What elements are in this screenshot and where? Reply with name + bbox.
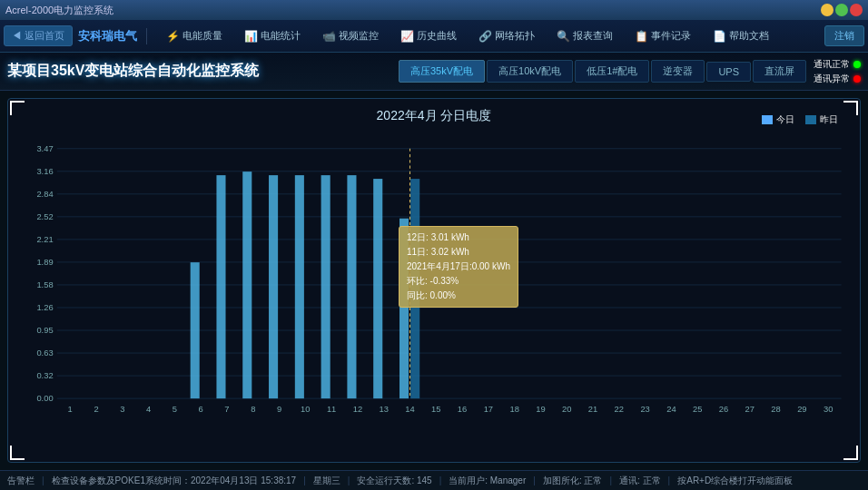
- help-icon: 📄: [713, 30, 726, 43]
- svg-text:25: 25: [693, 405, 702, 414]
- nav-history-curve[interactable]: 📈 历史曲线: [390, 24, 467, 47]
- svg-text:21: 21: [588, 405, 597, 414]
- svg-text:24: 24: [666, 405, 676, 414]
- svg-rect-28: [295, 175, 304, 398]
- sub-tabs: 高压35kV配电 高压10kV配电 低压1#配电 逆变器 UPS 直流屏: [399, 60, 806, 83]
- svg-text:0.95: 0.95: [36, 326, 53, 335]
- project-title: 某项目35kV变电站综合自动化监控系统: [7, 62, 399, 81]
- chart-title: 2022年4月 分日电度: [17, 108, 851, 124]
- svg-text:9: 9: [277, 405, 281, 414]
- statusbar-system-time: 检查设备参数及POKE1系统时间：2022年04月13日 15:38:17: [52, 475, 297, 487]
- top-navigation: ◀ 返回首页 安科瑞电气 ⚡ 电能质量 📊 电能统计 📹 视频监控 📈 历史曲线…: [0, 20, 868, 53]
- svg-text:30: 30: [824, 405, 833, 414]
- app-title: Acrel-2000电力监控系统: [5, 4, 821, 17]
- svg-rect-25: [216, 175, 225, 398]
- svg-text:3: 3: [120, 405, 124, 414]
- tab-dc-screen[interactable]: 直流屏: [753, 60, 806, 83]
- tab-inverter[interactable]: 逆变器: [651, 60, 705, 83]
- svg-text:2: 2: [94, 405, 98, 414]
- tab-ups[interactable]: UPS: [706, 62, 751, 82]
- svg-text:23: 23: [640, 405, 649, 414]
- svg-rect-29: [321, 175, 330, 398]
- svg-text:27: 27: [745, 405, 755, 414]
- power-stats-icon: 📊: [244, 30, 258, 43]
- nav-network-topo[interactable]: 🔗 网络拓扑: [469, 24, 545, 47]
- close-btn[interactable]: [850, 4, 863, 16]
- svg-rect-31: [373, 179, 382, 398]
- legend-today: 今日: [762, 113, 794, 126]
- logout-button[interactable]: 注销: [824, 25, 864, 46]
- corner-decoration-bl: [10, 446, 25, 460]
- nav-power-quality[interactable]: ⚡ 电能质量: [156, 24, 232, 47]
- nav-power-stats[interactable]: 📊 电能统计: [234, 24, 311, 47]
- svg-text:20: 20: [562, 405, 571, 414]
- chart-svg: 3.473.162.842.522.211.891.581.260.950.63…: [17, 130, 851, 442]
- corner-decoration-tr: [843, 101, 858, 115]
- maximize-btn[interactable]: [835, 4, 848, 16]
- tab-lv1[interactable]: 低压1#配电: [575, 60, 649, 83]
- tab-hv10[interactable]: 高压10kV配电: [487, 60, 573, 83]
- svg-text:0.32: 0.32: [36, 371, 53, 380]
- svg-rect-30: [347, 175, 356, 398]
- svg-text:29: 29: [797, 405, 806, 414]
- nav-video-monitor[interactable]: 📹 视频监控: [312, 24, 389, 47]
- status-error: 通讯异常: [814, 73, 861, 85]
- svg-text:3.16: 3.16: [36, 167, 53, 176]
- nav-help-docs[interactable]: 📄 帮助文档: [703, 24, 779, 47]
- svg-text:18: 18: [509, 405, 518, 414]
- legend-yesterday: 昨日: [805, 113, 838, 126]
- svg-text:3.47: 3.47: [36, 144, 53, 153]
- network-icon: 🔗: [478, 30, 492, 43]
- nav-event-log[interactable]: 📋 事件记录: [625, 24, 701, 47]
- svg-text:1.26: 1.26: [36, 303, 53, 312]
- legend-yesterday-color: [805, 115, 816, 124]
- power-quality-icon: ⚡: [166, 30, 180, 43]
- main-content: 2022年4月 分日电度 今日 昨日 3.473.162.842.522.211…: [0, 91, 868, 470]
- statusbar-safe-days: 安全运行天数: 145: [357, 475, 431, 487]
- svg-text:7: 7: [224, 405, 229, 414]
- status-normal: 通讯正常: [814, 58, 861, 71]
- svg-rect-26: [242, 172, 252, 398]
- chart-legend: 今日 昨日: [762, 113, 838, 126]
- svg-text:11: 11: [327, 405, 336, 414]
- svg-text:0.63: 0.63: [36, 348, 53, 358]
- statusbar-ar-tip: 按AR+D综合楼打开动能面板: [677, 475, 793, 487]
- svg-text:19: 19: [536, 405, 545, 414]
- tab-hv35[interactable]: 高压35kV配电: [399, 60, 485, 83]
- svg-text:1.89: 1.89: [36, 258, 53, 267]
- legend-yesterday-label: 昨日: [820, 113, 838, 126]
- statusbar: 告警栏 | 检查设备参数及POKE1系统时间：2022年04月13日 15:38…: [0, 470, 868, 490]
- svg-text:2.52: 2.52: [36, 212, 53, 221]
- statusbar-alarms: 告警栏: [7, 475, 35, 487]
- corner-decoration-tl: [10, 101, 25, 115]
- sub-header: 某项目35kV变电站综合自动化监控系统 高压35kV配电 高压10kV配电 低压…: [0, 53, 868, 91]
- svg-rect-24: [191, 262, 200, 398]
- svg-text:1.58: 1.58: [36, 280, 53, 289]
- svg-rect-27: [269, 175, 278, 398]
- svg-text:26: 26: [719, 405, 728, 414]
- statusbar-graphics: 加图所化: 正常: [543, 475, 603, 487]
- svg-rect-32: [399, 219, 409, 398]
- legend-today-color: [762, 115, 773, 124]
- status-normal-dot: [853, 61, 861, 68]
- svg-text:8: 8: [251, 405, 255, 414]
- svg-text:16: 16: [458, 405, 467, 414]
- svg-text:2.84: 2.84: [36, 190, 53, 199]
- corner-decoration-br: [843, 446, 858, 460]
- status-normal-label: 通讯正常: [814, 58, 850, 71]
- nav-report-query[interactable]: 🔍 报表查询: [547, 24, 623, 47]
- svg-text:14: 14: [405, 405, 414, 414]
- event-icon: 📋: [635, 30, 648, 43]
- svg-text:28: 28: [771, 405, 780, 414]
- svg-text:22: 22: [615, 405, 624, 414]
- svg-text:0.00: 0.00: [36, 394, 53, 403]
- video-icon: 📹: [322, 30, 336, 43]
- report-icon: 🔍: [557, 30, 570, 43]
- status-error-label: 通讯异常: [814, 73, 850, 85]
- titlebar: Acrel-2000电力监控系统: [0, 0, 868, 20]
- minimize-btn[interactable]: [821, 4, 833, 16]
- window-controls: [821, 4, 863, 16]
- svg-text:2.21: 2.21: [36, 235, 53, 244]
- history-icon: 📈: [400, 30, 414, 43]
- back-home-button[interactable]: ◀ 返回首页: [4, 25, 73, 46]
